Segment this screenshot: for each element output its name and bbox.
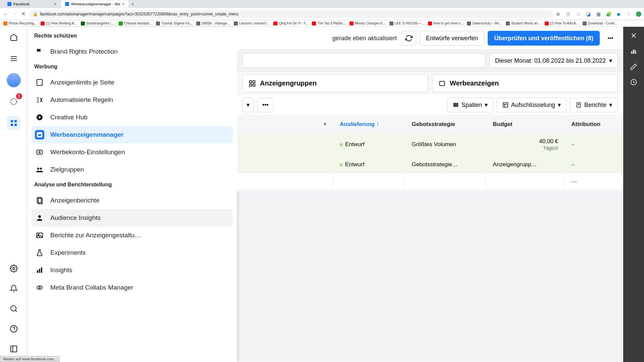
svg-rect-33 [253, 80, 255, 82]
bookmark[interactable]: GMSN - Videoge... [196, 21, 230, 25]
menu-item-brand-rights[interactable]: Brand Rights Protection [32, 43, 233, 60]
menu-item-label: Zielgruppen [50, 166, 84, 173]
table-row[interactable]: Entwurf Größtes Volumen 40,00 €Täglich – [237, 133, 623, 156]
settings-icon[interactable] [7, 261, 21, 276]
settings-icon [35, 147, 44, 157]
column-header-budget[interactable]: Budget [487, 116, 565, 133]
ads-manager-icon[interactable] [7, 116, 21, 130]
url-field[interactable]: 🔒 facebook.com/adsmanager/manage/campaig… [29, 10, 553, 18]
menu-item-experiments[interactable]: Experiments [32, 244, 233, 261]
bookmark[interactable]: Student Wants an... [506, 21, 540, 25]
svg-point-21 [40, 168, 42, 170]
chevron-down-icon: ▾ [609, 101, 612, 109]
menu-item-audience-insights[interactable]: Audience Insights [32, 209, 233, 227]
bookmark[interactable]: The Top 3 Platfor... [312, 21, 345, 25]
hamburger-icon[interactable] [7, 52, 21, 66]
menu-item-brand-collabs[interactable]: Meta Brand Collabs Manager [32, 279, 233, 296]
close-panel-icon[interactable]: ✕ [630, 32, 637, 40]
bookmark[interactable]: Datenschutz – Re... [467, 21, 502, 25]
forward-button[interactable]: → [11, 11, 17, 17]
bookmark[interactable]: (1) How Working A... [41, 21, 77, 25]
bookmark[interactable]: LEE 'S HOUSE—... [389, 21, 424, 25]
collapse-icon[interactable] [7, 342, 21, 356]
collab-icon [35, 283, 44, 292]
menu-item-ad-account-settings[interactable]: Werbekonto-Einstellungen [32, 143, 233, 161]
bookmark[interactable]: Tutorial: Eigene Fa... [156, 21, 192, 25]
discard-drafts-button[interactable]: Entwürfe verwerfen [420, 31, 484, 46]
extension-icon[interactable]: ◆ [616, 11, 621, 17]
fb-extension-icon[interactable]: ◪ [586, 11, 591, 17]
breakdown-button[interactable]: Aufschlüsselung▾ [497, 98, 567, 112]
column-header-delivery[interactable]: Auslieferung ↑ [334, 116, 405, 133]
share-icon[interactable]: ⍰ [566, 11, 571, 17]
bid-value: Größtes Volumen [406, 133, 486, 156]
zoom-icon[interactable]: ⊕ [555, 11, 561, 17]
menu-item-audiences[interactable]: Zielgruppen [32, 161, 233, 178]
edit-icon[interactable] [630, 63, 637, 70]
search-filter-field[interactable] [242, 53, 485, 68]
bell-icon[interactable] [7, 282, 21, 296]
menu-item-ad-reports[interactable]: Anzeigenberichte [32, 192, 233, 209]
notifications-icon[interactable]: 1 [7, 95, 21, 109]
search-icon[interactable] [7, 302, 21, 316]
bookmark[interactable]: Lessons Learned f... [234, 21, 270, 25]
table-row[interactable]: Entwurf Gebotsstrategie… Anzeigengrupp… … [237, 157, 623, 173]
bookmark[interactable]: Phone Recycling... [3, 21, 37, 25]
review-publish-button[interactable]: Überprüfen und veröffentlichen (8) [488, 31, 600, 46]
bookmark[interactable]: Download - Cooki... [583, 21, 617, 25]
date-range-label: Dieser Monat: 01.08.2022 bis 21.08.2022 [495, 57, 606, 64]
home-icon[interactable] [7, 30, 21, 44]
reports-button[interactable]: Berichte▾ [570, 98, 618, 112]
bookmark[interactable]: Sonderangebot | ... [81, 21, 115, 25]
close-tab-icon[interactable]: × [122, 2, 124, 6]
account-avatar[interactable] [7, 73, 21, 87]
column-header-bid[interactable]: Gebotsstrategie [406, 116, 486, 133]
charts-icon[interactable] [630, 48, 637, 55]
more-icon[interactable]: ••• [603, 31, 618, 46]
menu-item-automated-rules[interactable]: Automatisierte Regeln [32, 91, 233, 109]
help-icon[interactable] [7, 322, 21, 336]
column-header-name[interactable]: ▾ [237, 116, 333, 133]
svg-rect-40 [503, 103, 508, 107]
bookmark[interactable]: Chinese translati... [119, 21, 152, 25]
tab-ads[interactable]: Werbeanzeigen [432, 74, 618, 92]
data-table: ▾ Auslieferung ↑ Gebotsstrategie Budget … [237, 115, 623, 191]
star-icon[interactable]: ☆ [576, 11, 581, 17]
date-range-button[interactable]: Dieser Monat: 01.08.2022 bis 21.08.2022 … [489, 53, 618, 68]
section-header: Rechte schützen [32, 29, 233, 43]
column-header-attribution[interactable]: Attribution [565, 116, 623, 133]
refresh-button[interactable] [401, 31, 416, 46]
menu-item-label: Automatisierte Regeln [50, 96, 113, 104]
flask-icon [35, 248, 44, 257]
bookmark[interactable]: How to get more v... [428, 21, 463, 25]
browser-tab-active[interactable]: Werbeanzeigenmanager - We × [61, 0, 128, 8]
more-button[interactable]: ••• [257, 98, 274, 112]
delivery-value: Entwurf [345, 161, 365, 168]
audience-icon [35, 165, 44, 174]
sort-asc-icon: ↑ [376, 121, 379, 127]
puzzle-icon[interactable]: 🧩 [606, 11, 611, 17]
bookmark[interactable]: (2) How To Add A... [545, 21, 579, 25]
history-icon[interactable] [630, 78, 637, 86]
browser-tab[interactable]: Facebook × [3, 0, 60, 8]
profile-avatar[interactable] [636, 11, 641, 17]
menu-item-ad-limits[interactable]: Anzeigenlimits je Seite [32, 74, 233, 91]
bookmark[interactable]: Qing Fei De Yi - Y... [273, 21, 308, 25]
menu-item-creative-reporting[interactable]: Berichte zur Anzeigengestaltu… [32, 227, 233, 244]
reload-icon[interactable]: ✕ [20, 11, 26, 17]
bookmark[interactable]: Money Changes E... [350, 21, 385, 25]
menu-item-ads-manager[interactable]: Werbeanzeigenmanager [32, 126, 233, 143]
svg-point-24 [38, 215, 41, 218]
dropdown-button[interactable]: ▾ [242, 98, 254, 112]
extension-icon[interactable]: ▦ [596, 11, 601, 17]
close-tab-icon[interactable]: × [54, 2, 56, 6]
new-tab-button[interactable]: + [129, 1, 136, 7]
back-button[interactable]: ← [3, 11, 9, 17]
svg-point-20 [37, 168, 39, 170]
tab-adsets[interactable]: Anzeigengruppen [242, 74, 428, 92]
menu-item-insights[interactable]: Insights [32, 261, 233, 279]
svg-rect-36 [440, 81, 445, 85]
menu-icon[interactable]: ⋮ [626, 11, 631, 17]
menu-item-creative-hub[interactable]: Creative Hub [32, 109, 233, 126]
columns-button[interactable]: Spalten▾ [447, 98, 493, 112]
